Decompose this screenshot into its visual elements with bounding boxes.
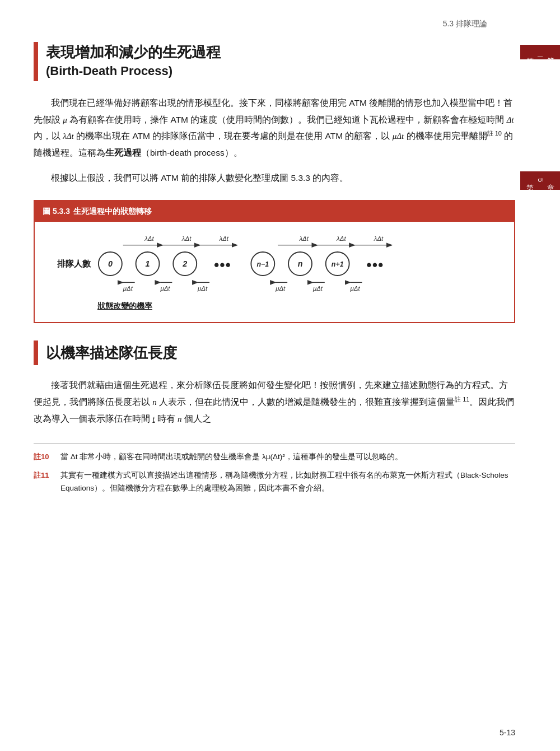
- footnote-11-text: 其實有一種建模方式可以直接描述出這種情形，稱為隨機微分方程，比如財務工程中很有名…: [60, 469, 515, 495]
- svg-text:μΔt: μΔt: [312, 284, 323, 291]
- section-ref-text: 5.3 排隊理論: [443, 19, 487, 28]
- section1-para2: 根據以上假設，我們可以將 ATM 前的排隊人數變化整理成圖 5.3.3 的內容。: [34, 170, 515, 186]
- svg-text:μΔt: μΔt: [197, 284, 208, 291]
- svg-text:●●●: ●●●: [366, 259, 384, 270]
- svg-text:n+1: n+1: [332, 260, 344, 268]
- svg-text:1: 1: [146, 259, 150, 268]
- section1-red-bar: [34, 42, 38, 81]
- footnote-11-num: 註11: [34, 469, 56, 495]
- page-number: 5-13: [500, 726, 515, 740]
- svg-text:λΔt: λΔt: [374, 235, 384, 242]
- footnote-ref-10: 註 10: [487, 130, 502, 137]
- svg-text:μΔt: μΔt: [123, 284, 133, 291]
- svg-text:n: n: [298, 259, 303, 268]
- state-diagram-svg: λΔt λΔt λΔt λΔt λΔt λΔt: [97, 233, 503, 295]
- footnote-10-num: 註10: [34, 451, 56, 464]
- rate-label-container: 狀態改變的機率: [46, 298, 503, 314]
- section1-para1: 我們現在已經準備好將顧客出現的情形模型化。接下來，同樣將顧客使用完 ATM 後離…: [34, 95, 515, 161]
- page-container: 5.3 排隊理論 第 二 篇 第 5 章 表現增加和減少的生死過程 (Birth…: [0, 0, 560, 751]
- svg-text:μΔt: μΔt: [160, 284, 170, 291]
- row-label: 排隊人數: [46, 256, 91, 271]
- footnotes-section: 註10 當 Δt 非常小時，顧客在同時間出現或離開的發生機率會是 λμ(Δt)²…: [34, 444, 515, 495]
- section-reference: 5.3 排隊理論: [34, 17, 515, 31]
- svg-text:λΔt: λΔt: [298, 235, 309, 242]
- section2-title-text: 以機率描述隊伍長度: [46, 340, 177, 366]
- svg-text:λΔt: λΔt: [219, 235, 229, 242]
- right-sidebar: 第 二 篇 第 5 章: [520, 45, 560, 190]
- svg-text:0: 0: [108, 259, 113, 268]
- footnote-10: 註10 當 Δt 非常小時，顧客在同時間出現或離開的發生機率會是 λμ(Δt)²…: [34, 451, 515, 464]
- figure-label: 圖 5.3.3: [43, 204, 70, 218]
- svg-text:μΔt: μΔt: [275, 284, 286, 291]
- footnote-11: 註11 其實有一種建模方式可以直接描述出這種情形，稱為隨機微分方程，比如財務工程…: [34, 469, 515, 495]
- rate-label: 狀態改變的機率: [97, 301, 152, 310]
- figure-header: 圖 5.3.3 生死過程中的狀態轉移: [35, 201, 514, 222]
- figure-body: 排隊人數 λΔt λΔt λΔt λΔt λΔt λΔt: [35, 222, 514, 322]
- footnote-ref-11: 註 11: [455, 396, 469, 403]
- figure-5-3-3: 圖 5.3.3 生死過程中的狀態轉移 排隊人數 λΔt λΔt λΔt λΔt …: [34, 200, 515, 323]
- svg-text:λΔt: λΔt: [336, 235, 346, 242]
- svg-text:n−1: n−1: [256, 260, 269, 268]
- svg-text:●●●: ●●●: [213, 259, 231, 270]
- section1-title-line1: 表現增加和減少的生死過程: [46, 42, 221, 62]
- section2-red-bar: [34, 340, 38, 365]
- section2-para1: 接著我們就藉由這個生死過程，來分析隊伍長度將如何發生變化吧！按照慣例，先來建立描…: [34, 377, 515, 427]
- section1-title-text: 表現增加和減少的生死過程 (Birth-Death Process): [46, 42, 221, 80]
- footnote-10-text: 當 Δt 非常小時，顧客在同時間出現或離開的發生機率會是 λμ(Δt)²，這種事…: [60, 451, 403, 464]
- section2-title-block: 以機率描述隊伍長度: [34, 340, 515, 366]
- section1-title-line2: (Birth-Death Process): [46, 63, 221, 80]
- bold-term-birth-death: 生死過程: [105, 148, 141, 157]
- svg-text:λΔt: λΔt: [181, 235, 192, 242]
- svg-text:2: 2: [182, 259, 187, 268]
- svg-text:λΔt: λΔt: [144, 235, 154, 242]
- sidebar-tab-chapter5[interactable]: 第 5 章: [520, 171, 560, 190]
- section1-title-block: 表現增加和減少的生死過程 (Birth-Death Process): [34, 42, 515, 81]
- svg-text:μΔt: μΔt: [350, 284, 361, 291]
- sidebar-tab-part2[interactable]: 第 二 篇: [520, 45, 560, 59]
- figure-title: 生死過程中的狀態轉移: [73, 204, 152, 218]
